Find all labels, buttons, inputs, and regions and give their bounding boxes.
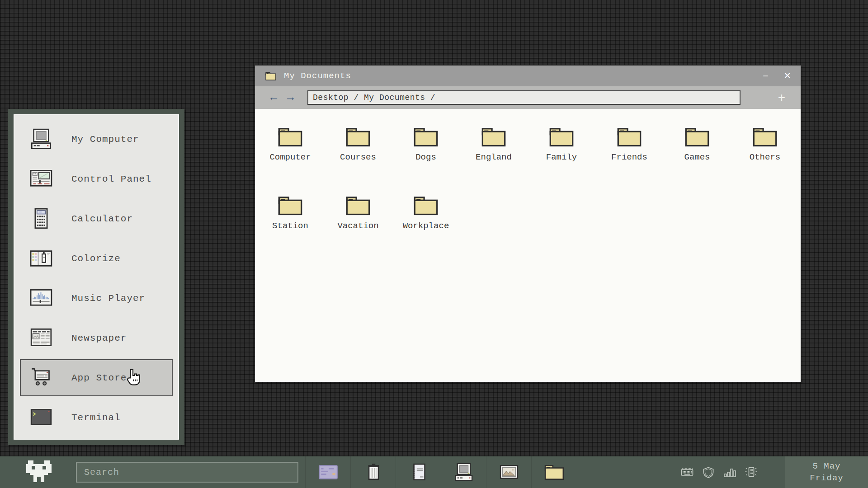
start-menu-item-newspaper[interactable]: Newspaper bbox=[20, 319, 173, 357]
forward-button[interactable]: → bbox=[287, 92, 294, 103]
folder-item-england[interactable]: England bbox=[460, 125, 528, 162]
taskbar-app-pictures[interactable] bbox=[486, 456, 531, 488]
folder-icon bbox=[277, 125, 303, 149]
tray-signal[interactable] bbox=[723, 466, 736, 478]
file-manager-window: My Documents – ✕ ← → + Computer Courses … bbox=[255, 65, 801, 382]
start-menu-item-label: Terminal bbox=[71, 413, 121, 423]
taskbar-app-icon bbox=[499, 463, 519, 482]
back-button[interactable]: ← bbox=[270, 92, 277, 103]
tray-phone[interactable] bbox=[744, 466, 758, 478]
start-menu-item-terminal[interactable]: Terminal bbox=[20, 399, 173, 436]
taskbar-app-widget[interactable] bbox=[305, 456, 350, 488]
folder-item-courses[interactable]: Courses bbox=[324, 125, 392, 162]
folder-label: Games bbox=[684, 152, 710, 162]
folder-label: Vacation bbox=[337, 221, 378, 231]
app-icon bbox=[29, 327, 53, 349]
tray-icon-glyph bbox=[702, 466, 715, 478]
taskbar-search[interactable] bbox=[76, 462, 298, 483]
start-menu-item-control-panel[interactable]: Control Panel bbox=[20, 160, 173, 197]
tray-icon-glyph bbox=[744, 466, 758, 478]
folder-label: England bbox=[476, 152, 512, 162]
tray-keyboard[interactable] bbox=[680, 466, 694, 478]
start-menu-item-label: App Store bbox=[71, 373, 127, 383]
app-icon bbox=[29, 287, 53, 309]
start-menu-item-label: Newspaper bbox=[71, 333, 127, 343]
folder-item-workplace[interactable]: Workplace bbox=[392, 194, 460, 231]
start-menu-item-label: Calculator bbox=[71, 214, 133, 224]
window-toolbar: ← → + bbox=[255, 86, 801, 109]
address-bar-input[interactable] bbox=[307, 90, 741, 105]
folder-item-family[interactable]: Family bbox=[528, 125, 595, 162]
folder-icon bbox=[684, 125, 710, 149]
folder-item-computer[interactable]: Computer bbox=[256, 125, 324, 162]
folder-label: Family bbox=[546, 152, 577, 162]
start-menu-item-colorize[interactable]: Colorize bbox=[20, 240, 173, 277]
app-icon bbox=[29, 128, 53, 150]
taskbar-app-icon bbox=[318, 463, 339, 482]
folder-label: Station bbox=[272, 221, 308, 231]
folder-label: Dogs bbox=[415, 152, 436, 162]
hand-cursor-icon bbox=[126, 369, 140, 386]
folder-icon bbox=[277, 194, 303, 217]
start-menu-item-app-store[interactable]: App Store bbox=[20, 359, 173, 396]
folder-icon bbox=[413, 125, 439, 149]
search-input[interactable] bbox=[79, 463, 296, 482]
start-menu-item-music-player[interactable]: Music Player bbox=[20, 280, 173, 317]
folder-label: Workplace bbox=[403, 221, 449, 231]
folder-item-friends[interactable]: Friends bbox=[595, 125, 663, 162]
folder-item-vacation[interactable]: Vacation bbox=[324, 194, 392, 231]
folder-item-station[interactable]: Station bbox=[256, 194, 324, 231]
taskbar-app-notebook[interactable] bbox=[396, 456, 441, 488]
window-titlebar[interactable]: My Documents – ✕ bbox=[255, 66, 801, 86]
folder-label: Others bbox=[750, 152, 780, 162]
taskbar-app-icon bbox=[363, 463, 384, 482]
start-menu-panel: My Computer Control Panel Calculator bbox=[14, 114, 179, 440]
taskbar-app-folder[interactable] bbox=[531, 456, 576, 488]
start-menu-item-label: Colorize bbox=[71, 253, 121, 264]
clock-date: 5 May bbox=[812, 460, 840, 472]
taskbar-app-trash[interactable] bbox=[350, 456, 396, 488]
taskbar-app-icon bbox=[408, 463, 429, 482]
folder-icon bbox=[616, 125, 642, 149]
taskbar: 5 May Friday bbox=[0, 456, 868, 488]
folder-item-others[interactable]: Others bbox=[731, 125, 799, 162]
taskbar-app-slots bbox=[305, 456, 576, 488]
folder-grid: Computer Courses Dogs England Family bbox=[255, 109, 801, 263]
close-button[interactable]: ✕ bbox=[784, 70, 791, 81]
start-menu-item-calculator[interactable]: Calculator bbox=[20, 200, 173, 237]
folder-icon bbox=[752, 125, 778, 149]
new-folder-button[interactable]: + bbox=[778, 91, 785, 104]
clock-day: Friday bbox=[810, 472, 843, 484]
app-icon bbox=[29, 168, 53, 190]
folder-icon bbox=[481, 125, 507, 149]
window-title: My Documents bbox=[284, 71, 351, 81]
folder-icon bbox=[413, 194, 439, 217]
start-menu-item-label: Control Panel bbox=[71, 174, 151, 184]
taskbar-app-icon bbox=[544, 463, 565, 482]
folder-item-dogs[interactable]: Dogs bbox=[392, 125, 460, 162]
app-icon bbox=[29, 407, 53, 428]
start-logo-icon[interactable] bbox=[26, 460, 52, 484]
start-menu-item-my-computer[interactable]: My Computer bbox=[20, 121, 173, 158]
minimize-button[interactable]: – bbox=[762, 70, 769, 81]
taskbar-clock: 5 May Friday bbox=[785, 456, 868, 488]
start-menu-item-label: Music Player bbox=[71, 293, 145, 304]
taskbar-app-icon bbox=[453, 463, 474, 482]
tray-shield[interactable] bbox=[702, 466, 715, 478]
window-folder-icon bbox=[265, 71, 277, 81]
app-icon bbox=[29, 208, 53, 230]
app-icon bbox=[29, 248, 53, 269]
tray-icon-glyph bbox=[723, 466, 736, 478]
folder-icon bbox=[548, 125, 575, 149]
start-menu: My Computer Control Panel Calculator bbox=[8, 109, 184, 445]
folder-label: Friends bbox=[611, 152, 647, 162]
folder-label: Courses bbox=[340, 152, 376, 162]
folder-label: Computer bbox=[269, 152, 311, 162]
taskbar-app-my-computer[interactable] bbox=[441, 456, 486, 488]
folder-icon bbox=[345, 194, 371, 217]
start-menu-item-label: My Computer bbox=[71, 134, 139, 145]
app-icon bbox=[29, 367, 53, 389]
folder-item-games[interactable]: Games bbox=[663, 125, 731, 162]
system-tray bbox=[680, 466, 758, 478]
tray-icon-glyph bbox=[680, 466, 694, 478]
